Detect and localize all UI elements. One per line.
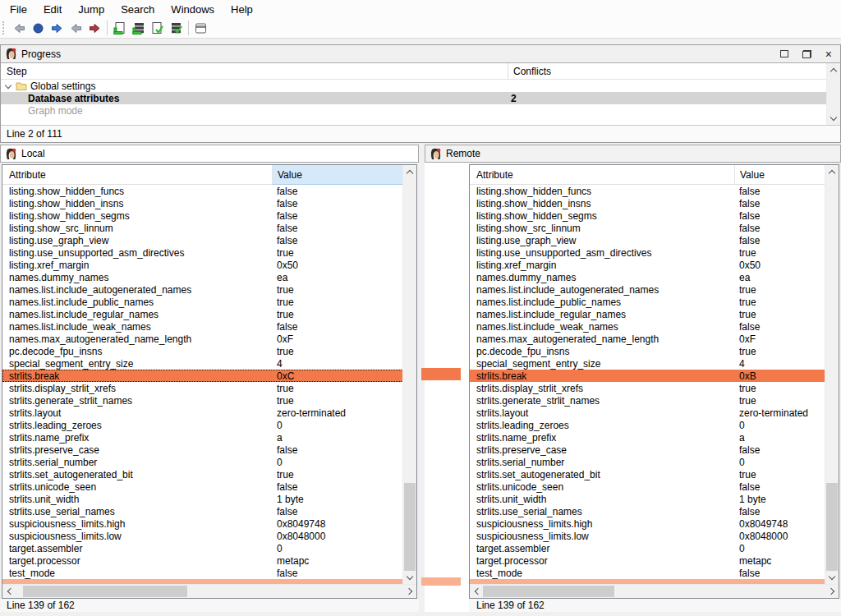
- table-row[interactable]: strlits.generate_strlit_names true: [470, 394, 839, 407]
- table-row[interactable]: names.list.include_weak_names false: [470, 320, 839, 333]
- scroll-left-icon[interactable]: [2, 585, 16, 598]
- table-row[interactable]: listing.use_graph_view false: [470, 234, 839, 246]
- scroll-left-icon[interactable]: [470, 585, 483, 598]
- tree-row-database-attributes[interactable]: Database attributes 2: [1, 92, 840, 104]
- table-row[interactable]: listing.use_unsupported_asm_directives t…: [470, 246, 839, 259]
- table-row[interactable]: names.list.include_weak_names false: [2, 320, 416, 333]
- remote-horizontal-scrollbar[interactable]: [470, 584, 839, 598]
- table-row[interactable]: names.max_autogenerated_name_length 0xF: [2, 333, 416, 345]
- remote-vertical-scrollbar[interactable]: [825, 165, 839, 584]
- prev-conflict-gray-icon[interactable]: [67, 20, 85, 37]
- menu-item[interactable]: Jump: [70, 2, 113, 17]
- scroll-up-icon[interactable]: [827, 63, 840, 76]
- table-row[interactable]: suspiciousness_limits.high 0x8049748: [2, 517, 416, 530]
- table-row[interactable]: suspiciousness_limits.low 0x8048000: [470, 530, 839, 542]
- next-conflict-red-icon[interactable]: [85, 20, 104, 37]
- table-row[interactable]: listing.show_hidden_insns false: [470, 197, 839, 209]
- table-row[interactable]: strlits.set_autogenerated_bit true: [2, 468, 416, 480]
- stop-dot-blue-icon[interactable]: [29, 20, 48, 37]
- table-row[interactable]: strlits.unicode_seen false: [470, 480, 839, 493]
- close-button[interactable]: ×: [825, 50, 832, 58]
- scroll-up-icon[interactable]: [825, 165, 839, 178]
- table-row[interactable]: strlits.name_prefix a: [2, 431, 416, 444]
- table-row[interactable]: strlits.leading_zeroes 0: [2, 419, 416, 431]
- table-row[interactable]: names.dummy_names ea: [470, 271, 839, 283]
- menu-item[interactable]: Search: [113, 2, 163, 17]
- table-row[interactable]: names.dummy_names ea: [2, 271, 416, 283]
- table-row[interactable]: strlits.break 0xC: [2, 370, 416, 382]
- table-row[interactable]: test_mode false: [470, 567, 839, 579]
- table-row[interactable]: target.assembler 0: [470, 542, 839, 554]
- table-row[interactable]: suspiciousness_limits.low 0x8048000: [2, 530, 416, 542]
- table-row[interactable]: listing.show_src_linnum false: [470, 222, 839, 234]
- table-row[interactable]: strlits.name_prefix a: [470, 431, 839, 444]
- table-row[interactable]: listing.xref_margin 0x50: [470, 259, 839, 271]
- local-vertical-scrollbar[interactable]: [402, 165, 416, 584]
- toolbar-grip-handle[interactable]: [2, 21, 7, 34]
- table-row[interactable]: listing.xref_margin 0x50: [2, 259, 416, 271]
- table-row[interactable]: names.list.include_regular_names true: [2, 308, 416, 320]
- column-header-attribute[interactable]: Attribute: [470, 165, 734, 184]
- table-row[interactable]: strlits.use_serial_names false: [470, 505, 839, 517]
- table-row[interactable]: strlits.layout zero-terminated: [470, 407, 839, 419]
- table-row[interactable]: test_mode false: [2, 567, 416, 579]
- table-row[interactable]: names.list.include_regular_names true: [470, 308, 839, 320]
- progress-vertical-scrollbar[interactable]: [826, 63, 840, 125]
- table-row[interactable]: strlits.leading_zeroes 0: [470, 419, 839, 431]
- table-row[interactable]: pc.decode_fpu_insns true: [2, 345, 416, 357]
- tree-row-graph-mode[interactable]: Graph mode: [1, 104, 840, 117]
- table-row[interactable]: strlits.generate_strlit_names true: [2, 394, 416, 407]
- table-row[interactable]: listing.show_hidden_insns false: [2, 197, 416, 209]
- table-row[interactable]: listing.show_hidden_segms false: [2, 209, 416, 222]
- table-row[interactable]: names.max_autogenerated_name_length 0xF: [470, 333, 839, 345]
- vertical-scroll-thumb[interactable]: [826, 483, 838, 571]
- table-row[interactable]: strlits.layout zero-terminated: [2, 407, 416, 419]
- table-row[interactable]: strlits.unit_width 1 byte: [470, 493, 839, 505]
- column-header-value[interactable]: Value: [272, 165, 416, 185]
- table-row[interactable]: strlits.serial_number 0: [470, 456, 839, 468]
- column-header-conflicts[interactable]: Conflicts: [508, 63, 840, 79]
- column-header-step[interactable]: Step: [1, 63, 508, 79]
- menu-item[interactable]: File: [2, 2, 35, 17]
- scroll-down-icon[interactable]: [825, 571, 839, 584]
- table-row[interactable]: strlits.use_serial_names false: [2, 505, 416, 517]
- table-row[interactable]: target.processor metapc: [2, 554, 416, 567]
- table-row[interactable]: pc.decode_fpu_insns true: [470, 345, 839, 357]
- table-row[interactable]: target.assembler 0: [2, 542, 416, 554]
- show-window-icon[interactable]: [191, 20, 210, 37]
- table-row[interactable]: suspiciousness_limits.high 0x8049748: [470, 517, 839, 530]
- scroll-right-icon[interactable]: [825, 585, 839, 598]
- maximize-button[interactable]: [780, 50, 788, 57]
- table-row[interactable]: listing.show_hidden_segms false: [470, 209, 839, 222]
- nav-back-gray-icon[interactable]: [10, 20, 29, 37]
- table-row[interactable]: strlits.unicode_seen false: [2, 480, 416, 493]
- table-row[interactable]: strlits.preserve_case false: [470, 444, 839, 456]
- table-row[interactable]: names.list.include_public_names true: [470, 296, 839, 308]
- table-row[interactable]: special_segment_entry_size 4: [2, 357, 416, 370]
- menu-item[interactable]: Windows: [163, 2, 223, 17]
- table-row[interactable]: listing.use_unsupported_asm_directives t…: [2, 246, 416, 259]
- table-row[interactable]: listing.use_graph_view false: [2, 234, 416, 246]
- horizontal-scroll-thumb[interactable]: [23, 586, 187, 597]
- restore-button[interactable]: [802, 50, 811, 58]
- table-row[interactable]: listing.show_src_linnum false: [2, 222, 416, 234]
- table-row[interactable]: target.processor metapc: [470, 554, 839, 567]
- accept-database-check-icon[interactable]: [167, 20, 186, 37]
- menu-item[interactable]: Help: [223, 2, 261, 17]
- remote-titlebar[interactable]: Remote: [425, 145, 841, 163]
- scroll-up-icon[interactable]: [403, 165, 416, 178]
- horizontal-scroll-thumb[interactable]: [483, 586, 614, 597]
- chevron-down-icon[interactable]: [5, 81, 11, 88]
- scroll-right-icon[interactable]: [403, 585, 416, 598]
- local-horizontal-scrollbar[interactable]: [2, 584, 416, 598]
- column-header-attribute[interactable]: Attribute: [2, 165, 272, 184]
- table-row[interactable]: strlits.preserve_case false: [2, 444, 416, 456]
- vertical-scroll-thumb[interactable]: [404, 483, 416, 571]
- table-row[interactable]: strlits.break 0xB: [470, 370, 839, 382]
- menu-item[interactable]: Edit: [35, 2, 70, 17]
- nav-forward-blue-icon[interactable]: [48, 20, 67, 37]
- scroll-down-icon[interactable]: [827, 112, 840, 125]
- apply-database-icon[interactable]: [129, 20, 148, 37]
- table-row[interactable]: strlits.serial_number 0: [2, 456, 416, 468]
- table-row[interactable]: names.list.include_autogenerated_names t…: [470, 283, 839, 296]
